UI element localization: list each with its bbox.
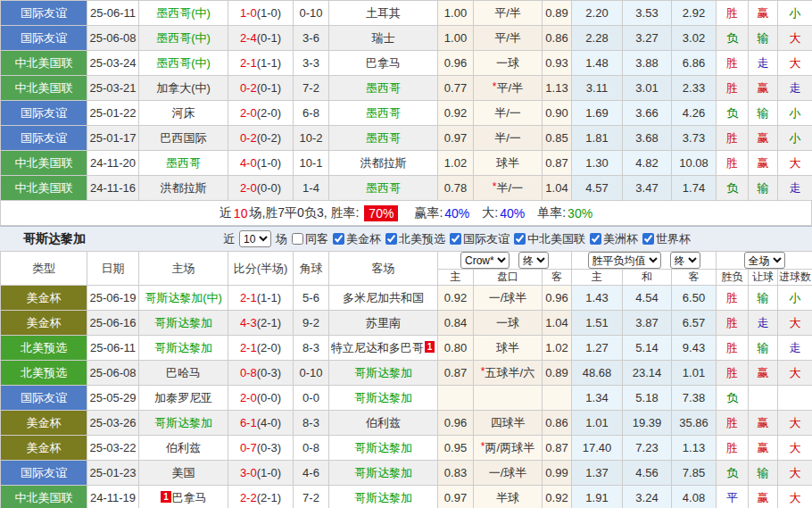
odds-home-value: 0.78 [438,176,474,201]
handicap-name: 一球 [496,56,519,70]
header-type: 类型 [1,252,87,286]
odds-home-value: 0.97 [438,126,474,151]
avg-draw-value: 3.27 [623,26,672,51]
result-handicap: 赢 [749,151,778,176]
filter-checkbox[interactable] [642,233,654,245]
summary-near-count: 10 [234,206,248,221]
odds-home-value: 1.00 [438,1,474,26]
halftime-score: (2-1) [257,491,281,504]
handicap-name: 一/球半 [489,466,527,479]
away-team-cell: 哥斯达黎加 [329,361,438,386]
avg-draw-value: 23.14 [623,361,672,386]
result-goals: 大 [778,361,812,386]
match-row: 美金杯25-03-22伯利兹0-7(0-3)0-8哥斯达黎加0.95*两/两球半… [1,436,812,461]
handicap-name: 两/两球半 [485,441,535,454]
odds-home-value: 0.77 [438,76,474,101]
home-team-name: 哥斯达黎加 [154,316,212,329]
halftime-score: (0-0) [257,181,281,195]
filter-label: 世界杯 [656,231,691,247]
avg-type-select[interactable]: 胜平负均值 [588,252,661,269]
away-team-cell: 特立尼达和多巴哥1 [329,336,438,361]
filter-checkbox[interactable] [514,233,526,245]
avg-win-value: 1.37 [572,461,623,486]
filter-option[interactable]: 国际友谊 [450,231,510,247]
filter-checkbox[interactable] [450,233,461,245]
match-date: 25-06-16 [87,311,139,336]
corner-count: 0-10 [294,1,329,26]
away-team-name: 苏里南 [366,316,401,329]
odds-source-select[interactable]: Crow* [460,252,510,269]
avg-win-value: 1.30 [572,151,623,176]
scope-select[interactable]: 全场 [744,252,785,269]
avg-win-value: 1.69 [572,101,623,126]
handicap-name: 一球 [496,316,519,329]
subheader-goals: 进球数 [778,270,812,286]
fulltime-score: 6-1 [240,416,257,429]
odds-home-value: 0.92 [438,286,474,311]
handicap-cell: 球半 [474,151,543,176]
result-goals: 走 [778,176,812,201]
home-team-name: 加泰罗尼亚 [154,391,212,404]
odds-home-value: 0.97 [438,486,474,508]
filter-option[interactable]: 美洲杯 [590,231,638,247]
filter-option[interactable]: 美金杯 [333,231,381,247]
home-team-cell: 哥斯达黎加 [139,411,228,436]
filter-option[interactable]: 北美预选 [385,231,445,247]
score-cell: 4-3(2-1) [228,311,294,336]
away-team-cell: 哥斯达黎加 [329,486,438,508]
league-type-cell: 中北美国联 [1,176,87,201]
single-rate-label: 单率: [537,205,566,221]
corner-count: 8-3 [294,336,329,361]
avg-draw-value: 3.47 [623,176,672,201]
header-corner: 角球 [294,252,329,286]
result-handicap: 赢 [749,361,778,386]
score-cell: 0-2(0-1) [228,76,294,101]
avg-win-value: 17.40 [572,436,623,461]
odds-home-value: 0.95 [438,436,474,461]
filter-option[interactable]: 世界杯 [642,231,691,247]
fulltime-score: 0-7 [240,441,257,454]
result-goals: 大 [778,411,812,436]
handicap-name: 半/一 [494,131,521,145]
result-goals: 大 [778,436,812,461]
result-goals: 大 [778,486,812,508]
away-team-cell: 伯利兹 [329,411,438,436]
avg-lose-value: 3.73 [672,126,717,151]
filter-option[interactable]: 同客 [292,231,328,247]
result-winlose: 胜 [717,1,749,26]
match-row: 国际友谊25-05-29加泰罗尼亚2-0(0-0)0-0哥斯达黎加1.345.1… [1,386,812,411]
result-handicap: 赢 [749,126,778,151]
corner-count: 4-6 [294,461,329,486]
league-type-cell: 国际友谊 [1,386,87,411]
away-team-cell: 哥斯达黎加 [329,436,438,461]
odds-home-value: 0.87 [438,361,474,386]
filter-checkbox[interactable] [292,233,303,245]
match-date: 25-03-26 [87,411,139,436]
match-row: 美金杯25-06-19哥斯达黎加(中)2-1(1-1)5-6多米尼加共和国0.9… [1,286,812,311]
home-team-name: 墨西哥(中) [156,56,211,70]
filter-checkbox[interactable] [385,233,397,245]
filter-option[interactable]: 中北美国联 [514,231,585,247]
result-winlose: 负 [717,386,749,411]
home-team-cell: 加拿大(中) [139,76,228,101]
halftime-score: (0-0) [257,391,281,404]
home-team-cell: 墨西哥(中) [139,26,228,51]
fulltime-score: 2-0 [240,181,257,195]
filter-checkbox[interactable] [590,233,601,245]
fulltime-score: 0-8 [240,366,257,379]
home-team-cell: 墨西哥(中) [139,1,228,26]
result-goals: 小 [778,126,812,151]
avg-final-select[interactable]: 终 [670,252,700,269]
recent-count-select[interactable]: 10 [239,230,271,247]
score-cell: 6-1(4-0) [228,411,294,436]
filter-checkbox[interactable] [333,233,344,245]
league-type-cell: 美金杯 [1,436,87,461]
result-winlose: 胜 [717,286,749,311]
avg-lose-value: 4.26 [672,101,717,126]
home-team-cell: 河床 [139,101,228,126]
odds-final-select[interactable]: 终 [518,252,549,269]
match-date: 25-01-22 [87,101,139,126]
result-winlose: 胜 [717,76,749,101]
league-type-cell: 国际友谊 [1,1,87,26]
score-cell: 1-0(1-0) [228,1,294,26]
